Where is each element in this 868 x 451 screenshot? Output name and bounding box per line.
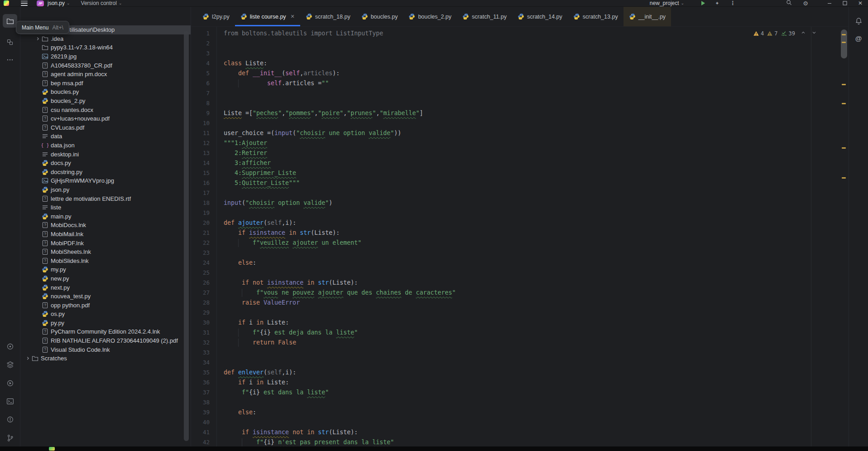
error-stripe[interactable]: [839, 27, 849, 446]
code-line[interactable]: 40: [191, 417, 838, 427]
version-control-tool-button[interactable]: [3, 431, 17, 445]
line-number[interactable]: 15: [191, 168, 210, 178]
editor-tab[interactable]: __init__.py: [623, 7, 671, 26]
line-number[interactable]: 2: [191, 39, 210, 48]
hamburger-icon[interactable]: [21, 1, 28, 6]
line-number[interactable]: 39: [191, 407, 210, 417]
code-line[interactable]: 34: [191, 358, 838, 368]
line-number[interactable]: 40: [191, 417, 210, 427]
code-line[interactable]: 20def ajouter(self,i):: [191, 218, 838, 228]
code-line[interactable]: 7: [191, 88, 838, 98]
stripe-warning-mark[interactable]: [842, 177, 846, 179]
line-number[interactable]: 30: [191, 318, 210, 328]
tree-row[interactable]: ?Visual Studio Code.lnk: [20, 345, 191, 354]
tab-close-icon[interactable]: ✕: [291, 14, 295, 19]
tree-row[interactable]: ?CVLucas.pdf: [20, 123, 191, 132]
tree-row[interactable]: Scratches: [20, 354, 191, 363]
editor-tab[interactable]: liste course.py✕: [235, 7, 300, 26]
code-line[interactable]: 11user_choice =(input("choisir une optio…: [191, 128, 838, 138]
editor-tab[interactable]: l2py.py: [197, 7, 235, 26]
line-number[interactable]: 5: [191, 68, 210, 78]
ai-assistant-icon[interactable]: @: [853, 32, 864, 44]
run-tool-button[interactable]: [3, 376, 17, 390]
line-number[interactable]: 14: [191, 158, 210, 168]
more-tools-icon[interactable]: [3, 53, 17, 67]
code-line[interactable]: 13 2:Retirer: [191, 148, 838, 158]
line-number[interactable]: 16: [191, 178, 210, 188]
search-icon[interactable]: [786, 0, 792, 7]
code-line[interactable]: 3: [191, 48, 838, 58]
inspection-widget[interactable]: 4 7 39: [753, 30, 817, 37]
line-number[interactable]: 34: [191, 358, 210, 368]
line-number[interactable]: 21: [191, 228, 210, 238]
tree-row[interactable]: ?bep msa.pdf: [20, 79, 191, 88]
line-number[interactable]: 13: [191, 148, 210, 158]
line-number[interactable]: 36: [191, 378, 210, 388]
tree-row[interactable]: py.py: [20, 319, 191, 328]
line-number[interactable]: 37: [191, 388, 210, 398]
code-line[interactable]: 15 4:Supprimer_Liste: [191, 168, 838, 178]
editor-tab[interactable]: scratch_13.py: [568, 7, 623, 26]
tree-row[interactable]: ?A10645833780_CR.pdf: [20, 61, 191, 70]
tree-row[interactable]: ?cv+lucas+nouveau.pdf: [20, 114, 191, 123]
code-line[interactable]: 39 else:: [191, 407, 838, 417]
tree-row[interactable]: my.py: [20, 265, 191, 274]
code-line[interactable]: 42 f"{i} n'est pas present dans la liste…: [191, 437, 838, 447]
tree-row[interactable]: json.py: [20, 185, 191, 194]
line-number[interactable]: 1: [191, 29, 210, 39]
code-line[interactable]: 33: [191, 348, 838, 358]
code-line[interactable]: 1from boltons.tableutils import ListInpu…: [191, 29, 838, 39]
code-line[interactable]: 10: [191, 118, 838, 128]
tree-row[interactable]: ?opp python.pdf: [20, 301, 191, 310]
tree-row[interactable]: docstring.py: [20, 168, 191, 177]
code-line[interactable]: 25: [191, 268, 838, 278]
code-line[interactable]: 21 if isinstance in str(Liste):: [191, 228, 838, 238]
tree-row[interactable]: pypy3.11-v7.3.18-win64: [20, 43, 191, 52]
code-line[interactable]: 37 f"{i} est dans la liste": [191, 388, 838, 398]
code-line[interactable]: 38: [191, 398, 838, 407]
code-line[interactable]: 27 f"vous ne pouvez ajouter que des chai…: [191, 288, 838, 298]
line-number[interactable]: 27: [191, 288, 210, 298]
line-number[interactable]: 4: [191, 58, 210, 68]
editor-tab[interactable]: boucles_2.py: [403, 7, 457, 26]
services-tool-button[interactable]: [3, 358, 17, 371]
line-number[interactable]: 19: [191, 208, 210, 218]
terminal-tool-button[interactable]: [3, 394, 17, 408]
project-name-widget[interactable]: json.py: [48, 0, 65, 6]
tree-row[interactable]: { }data.json: [20, 141, 191, 150]
tree-row[interactable]: docs.py: [20, 159, 191, 168]
code-line[interactable]: 19: [191, 208, 838, 218]
tree-row[interactable]: ?csu nantes.docx: [20, 105, 191, 114]
line-number[interactable]: 38: [191, 398, 210, 407]
chevron-right-icon[interactable]: [24, 355, 31, 362]
stripe-warning-mark[interactable]: [842, 103, 846, 104]
chevron-right-icon[interactable]: [34, 35, 41, 42]
tree-row[interactable]: ?lettre de motivation ENEDIS.rtf: [20, 194, 191, 203]
line-number[interactable]: 41: [191, 427, 210, 437]
next-problem-button[interactable]: [811, 30, 817, 37]
line-number[interactable]: 35: [191, 368, 210, 378]
tree-row[interactable]: boucles.py: [20, 87, 191, 97]
code-line[interactable]: 31 f"{i} est deja dans la liste": [191, 328, 838, 338]
maximize-button[interactable]: [837, 0, 853, 7]
code-line[interactable]: 26 if not isinstance in str(Liste):: [191, 278, 838, 288]
tree-row[interactable]: 26219.jpg: [20, 52, 191, 61]
code-line[interactable]: 4class Liste:: [191, 58, 838, 68]
code-line[interactable]: 9Liste =["peches","pommes","poire","prun…: [191, 108, 838, 118]
code-line[interactable]: 18input("choisir option valide"): [191, 198, 838, 208]
run-button[interactable]: [701, 1, 705, 5]
tree-row[interactable]: ?MobiSlides.lnk: [20, 256, 191, 265]
tree-row[interactable]: os.py: [20, 310, 191, 319]
tree-row[interactable]: ?RIB NATHALIE ALFARO 2730644109049 (2).p…: [20, 336, 191, 345]
line-number[interactable]: 29: [191, 308, 210, 318]
line-number[interactable]: 3: [191, 48, 210, 58]
code-line[interactable]: 35def enlever(self,i):: [191, 368, 838, 378]
tree-row[interactable]: ?MobiPDF.lnk: [20, 238, 191, 247]
code-line[interactable]: 23: [191, 248, 838, 258]
code-line[interactable]: 8: [191, 98, 838, 108]
line-number[interactable]: 10: [191, 118, 210, 128]
stripe-warning-mark[interactable]: [842, 34, 846, 35]
tree-row[interactable]: ?PyCharm Community Edition 2024.2.4.lnk: [20, 327, 191, 336]
tree-row[interactable]: liste: [20, 203, 191, 212]
code-line[interactable]: 29: [191, 308, 838, 318]
